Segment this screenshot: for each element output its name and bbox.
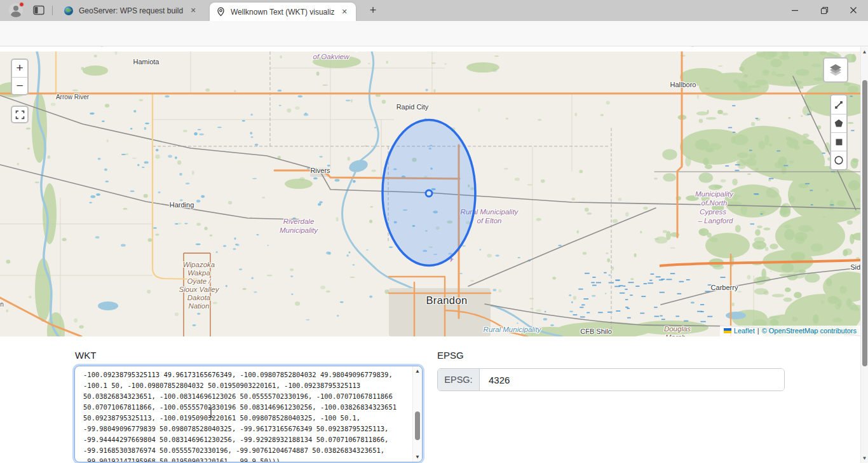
close-window-button[interactable]: [839, 0, 868, 20]
page-scrollbar[interactable]: ▲ ▼: [860, 47, 868, 463]
epsg-input-group: EPSG:: [437, 368, 785, 391]
attribution-separator: |: [757, 327, 759, 335]
tab-close-icon[interactable]: ✕: [188, 6, 198, 15]
wkt-scrollbar-thumb[interactable]: [415, 411, 420, 440]
profile-notification-dot: [19, 2, 24, 7]
epsg-heading: EPSG: [437, 350, 464, 361]
zoom-in-button[interactable]: +: [12, 60, 27, 77]
layers-control[interactable]: [823, 57, 848, 83]
tab-wkt-active[interactable]: Wellknown Text (WKT) visualizatio ✕: [210, 3, 356, 21]
zoom-out-button[interactable]: −: [12, 77, 27, 94]
wkt-textarea-wrap: -100.09238795325113 49.96173165676349, -…: [74, 366, 423, 462]
epsg-label: EPSG:: [438, 369, 480, 390]
wkt-textarea[interactable]: -100.09238795325113 49.96173165676349, -…: [75, 366, 412, 462]
tab-close-icon[interactable]: ✕: [339, 8, 349, 16]
scroll-up-arrow[interactable]: ▲: [861, 49, 868, 55]
draw-circle-button[interactable]: [831, 151, 846, 169]
scroll-down-arrow[interactable]: ▼: [861, 455, 868, 461]
draw-toolbar: [830, 94, 848, 170]
layers-icon: [827, 62, 844, 78]
map-attribution: Leaflet | © OpenStreetMap contributors: [720, 326, 860, 336]
fullscreen-button[interactable]: [11, 106, 29, 123]
browser-toolbar: https://wktmap.com: [0, 21, 868, 46]
draw-polygon-button[interactable]: [831, 114, 846, 132]
tab-title: GeoServer: WPS request builder: [79, 6, 183, 15]
minimize-button[interactable]: [780, 0, 810, 20]
leaflet-map[interactable]: HamiotaRural Municipalityof OakviewRapid…: [0, 52, 860, 336]
scroll-down-arrow[interactable]: ▼: [413, 454, 422, 460]
ukraine-flag-icon: [724, 328, 731, 333]
zoom-control: + −: [11, 59, 29, 95]
tab-divider: [52, 6, 53, 15]
window-controls: [780, 0, 868, 21]
workspaces-icon[interactable]: [33, 5, 44, 15]
scroll-up-arrow[interactable]: ▲: [413, 368, 422, 374]
draw-polyline-button[interactable]: [831, 95, 846, 114]
osm-link[interactable]: © OpenStreetMap contributors: [762, 327, 857, 335]
page-content: HamiotaRural Municipalityof OakviewRapid…: [0, 47, 860, 463]
restore-button[interactable]: [810, 0, 839, 20]
wkt-heading: WKT: [75, 350, 96, 361]
draw-rectangle-button[interactable]: [831, 132, 846, 151]
wkt-scrollbar[interactable]: ▲ ▼: [412, 366, 422, 462]
tab-geoserver[interactable]: GeoServer: WPS request builder ✕: [57, 0, 205, 21]
leaflet-link[interactable]: Leaflet: [734, 327, 755, 335]
map-pin-icon: [216, 7, 226, 17]
browser-tab-bar: GeoServer: WPS request builder ✕ Wellkno…: [0, 0, 868, 21]
page-scrollbar-thumb[interactable]: [862, 80, 867, 366]
new-tab-button[interactable]: +: [365, 3, 381, 19]
geoserver-globe-icon: [64, 6, 74, 16]
tab-title: Wellknown Text (WKT) visualizatio: [231, 8, 334, 17]
epsg-input[interactable]: [480, 369, 784, 390]
